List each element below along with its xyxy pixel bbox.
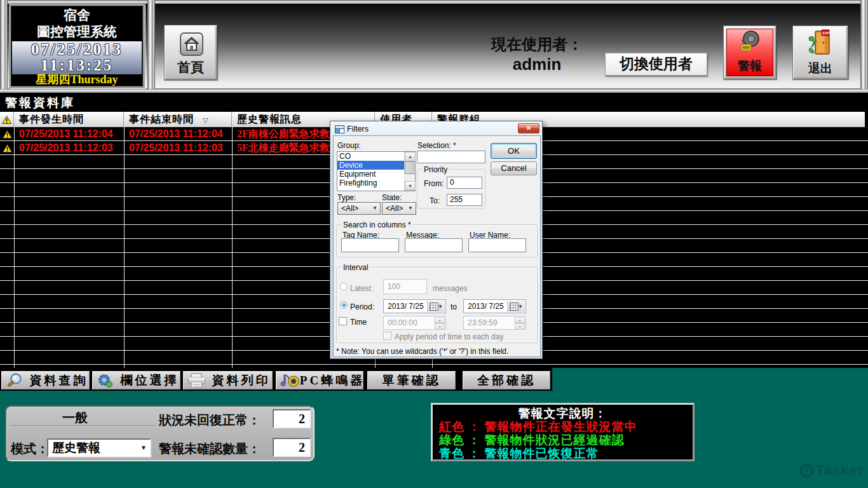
latest-count-input[interactable]: 100 xyxy=(383,279,427,294)
time-checkbox[interactable] xyxy=(339,317,347,325)
apply-period-label: Apply period of time to each day xyxy=(395,332,503,341)
divider-rail xyxy=(147,0,155,89)
alarm-label: 警報 xyxy=(727,58,773,74)
close-icon: ✕ xyxy=(526,125,531,132)
toolbar-columns-button[interactable]: 欄位選擇 xyxy=(92,370,181,390)
divider xyxy=(10,425,155,426)
state-combobox[interactable]: <All>▼ xyxy=(382,202,416,215)
unacked-label: 警報未確認數量： xyxy=(159,440,261,458)
list-item-selected[interactable]: Device xyxy=(337,161,415,170)
datetime-display: 07/25/2013 11:13:25 xyxy=(12,41,142,74)
dialog-title: Filters xyxy=(347,125,369,133)
selection-input[interactable] xyxy=(417,151,485,163)
gear-icon xyxy=(96,372,115,390)
toolbar-print-button[interactable]: 資料列印 xyxy=(182,370,273,390)
close-button[interactable]: ✕ xyxy=(518,123,539,133)
apply-period-checkbox[interactable] xyxy=(383,332,391,340)
type-combobox[interactable]: <All>▼ xyxy=(337,202,381,215)
toolbar-ack-all-button[interactable]: 全部確認 xyxy=(462,370,551,390)
to-label: to xyxy=(451,302,457,311)
priority-from-label: From: xyxy=(424,179,444,188)
chevron-down-icon: ▼ xyxy=(438,301,443,313)
tasker-logo-icon: T xyxy=(800,464,813,477)
scrollbar-thumb[interactable] xyxy=(405,161,416,174)
toolbar-ack-one-button[interactable]: 單筆確認 xyxy=(367,370,456,390)
grid-line xyxy=(14,127,15,368)
legend-cyan-line: 青色 ： 警報物件已恢復正常 xyxy=(433,447,693,460)
exit-door-icon: EXIT xyxy=(806,29,834,57)
mode-dropdown[interactable]: 歷史警報▼ xyxy=(47,438,151,458)
db-title: 警報資料庫 xyxy=(5,95,75,111)
warning-icon xyxy=(3,130,12,139)
alarm-button-inner: 警報 xyxy=(726,29,773,76)
message-input[interactable] xyxy=(405,238,463,252)
column-header-end-time[interactable]: 事件結束時間▽ xyxy=(124,112,232,127)
exit-button[interactable]: EXIT 退出 xyxy=(792,25,848,79)
priority-from-input[interactable]: 0 xyxy=(447,177,482,189)
priority-to-input[interactable]: 255 xyxy=(447,194,482,206)
right-rail xyxy=(860,0,868,89)
tag-name-input[interactable] xyxy=(341,238,399,252)
calendar-dropdown[interactable]: ▼ xyxy=(427,301,445,312)
dialog-body: Group: CO Device Equipment Firefighting … xyxy=(333,135,541,357)
group-listbox[interactable]: CO Device Equipment Firefighting ▲ ▼ xyxy=(337,151,416,191)
mode-label: 模式： xyxy=(11,440,49,458)
priority-to-label: To: xyxy=(430,196,440,205)
warning-icon xyxy=(3,144,12,152)
switch-user-button[interactable]: 切換使用者 xyxy=(605,53,707,76)
spinner[interactable]: ▲▼ xyxy=(515,317,525,329)
legend-green-line: 綠色 ： 警報物件狀況已經過確認 xyxy=(433,433,693,447)
spin-down-icon[interactable]: ▼ xyxy=(515,323,525,330)
left-rail xyxy=(0,0,8,89)
ok-button[interactable]: OK xyxy=(491,143,537,159)
toolbar-buzzer-button[interactable]: PC蜂鳴器 xyxy=(275,370,364,390)
cell-end-time: 07/25/2013 11:12:04 xyxy=(124,127,232,141)
home-label: 首頁 xyxy=(165,58,217,76)
tasker-watermark: T Tasker xyxy=(800,462,864,478)
period-to-picker[interactable]: 2013/ 7/25 ▼ xyxy=(463,299,526,313)
scroll-down-icon[interactable]: ▼ xyxy=(405,181,416,191)
spin-up-icon[interactable]: ▲ xyxy=(515,317,525,323)
spin-up-icon[interactable]: ▲ xyxy=(435,317,445,323)
time-from-input[interactable]: 00:00:00 ▲▼ xyxy=(383,316,446,330)
column-header-start-time[interactable]: 事件發生時間 xyxy=(14,112,124,127)
listbox-scrollbar[interactable]: ▲ ▼ xyxy=(404,152,415,191)
home-button[interactable]: 首頁 xyxy=(164,25,217,80)
state-label: State: xyxy=(382,193,402,202)
spinner[interactable]: ▲▼ xyxy=(435,317,445,329)
sort-desc-icon: ▽ xyxy=(203,116,208,125)
list-item[interactable]: CO xyxy=(337,152,415,161)
list-item[interactable]: Firefighting xyxy=(337,179,415,187)
user-name-input[interactable] xyxy=(468,238,526,252)
period-from-picker[interactable]: 2013/ 7/25 ▼ xyxy=(383,299,446,313)
scroll-up-icon[interactable]: ▲ xyxy=(405,152,416,161)
alarm-button[interactable]: 警報 xyxy=(723,25,776,79)
selection-label: Selection: * xyxy=(417,141,456,150)
cell-end-time: 07/25/2013 11:12:03 xyxy=(124,141,232,155)
legend-title: 警報文字說明： xyxy=(433,407,693,420)
latest-radio[interactable] xyxy=(340,283,348,290)
top-bar: 宿舍 圖控管理系統 07/25/2013 11:13:25 星期四Thursda… xyxy=(0,0,868,93)
buzzer-icon xyxy=(280,372,300,390)
search-columns-label: Search in columns * xyxy=(341,220,413,229)
warning-icon xyxy=(2,116,11,124)
chevron-down-icon: ▼ xyxy=(518,301,523,313)
cancel-button[interactable]: Cancel xyxy=(491,161,537,175)
grid-line xyxy=(124,127,125,368)
period-radio[interactable] xyxy=(340,301,348,309)
calendar-dropdown[interactable]: ▼ xyxy=(507,301,525,312)
legend-red-line: 紅色 ： 警報物件正在發生狀況當中 xyxy=(433,420,693,433)
clock-panel: 宿舍 圖控管理系統 07/25/2013 11:13:25 星期四Thursda… xyxy=(9,4,145,88)
spin-down-icon[interactable]: ▼ xyxy=(435,323,445,330)
time-to-input[interactable]: 23:59:59 ▲▼ xyxy=(463,316,526,330)
messages-label: messages xyxy=(433,284,468,293)
toolbar-query-button[interactable]: 資料查詢 xyxy=(1,370,90,390)
header-warning-icon[interactable] xyxy=(0,112,14,127)
priority-label: Priority xyxy=(422,165,449,174)
time-label: Time xyxy=(350,318,367,327)
dialog-title-bar[interactable]: Filters ✕ xyxy=(333,123,541,135)
grid-line xyxy=(232,127,233,368)
interval-label: Interval xyxy=(341,263,370,272)
list-item[interactable]: Equipment xyxy=(337,170,415,179)
search-icon xyxy=(5,372,24,390)
